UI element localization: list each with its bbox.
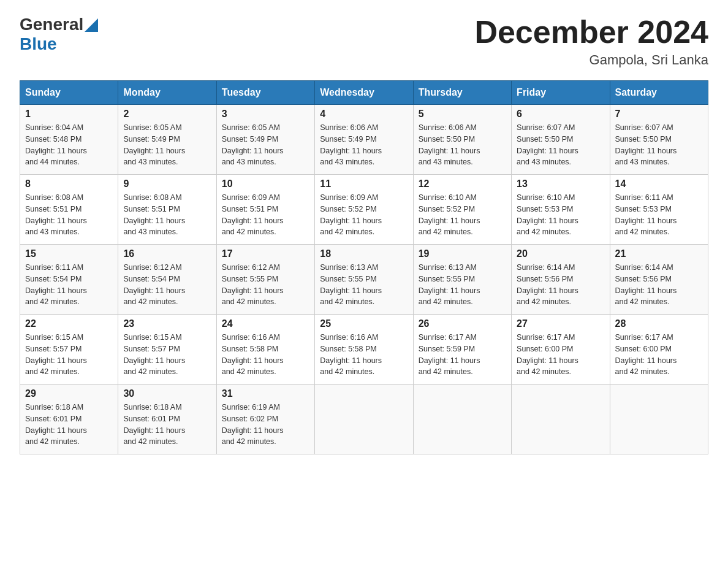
day-number: 9: [123, 178, 211, 190]
header-friday: Friday: [512, 81, 610, 105]
day-info: Sunrise: 6:05 AM Sunset: 5:49 PM Dayligh…: [123, 122, 211, 168]
day-number: 29: [25, 388, 113, 399]
day-info: Sunrise: 6:16 AM Sunset: 5:58 PM Dayligh…: [222, 332, 309, 378]
day-cell-13: 13 Sunrise: 6:10 AM Sunset: 5:53 PM Dayl…: [512, 175, 610, 245]
day-cell-30: 30 Sunrise: 6:18 AM Sunset: 6:01 PM Dayl…: [118, 385, 216, 454]
day-info: Sunrise: 6:10 AM Sunset: 5:53 PM Dayligh…: [517, 192, 604, 238]
location-label: Gampola, Sri Lanka: [474, 52, 708, 68]
day-cell-14: 14 Sunrise: 6:11 AM Sunset: 5:53 PM Dayl…: [610, 175, 708, 245]
day-number: 31: [222, 388, 309, 399]
day-number: 11: [320, 178, 408, 190]
day-cell-4: 4 Sunrise: 6:06 AM Sunset: 5:49 PM Dayli…: [315, 105, 413, 175]
day-number: 20: [517, 248, 604, 259]
day-number: 21: [615, 248, 703, 259]
day-number: 27: [517, 318, 604, 329]
logo: General Blue: [20, 15, 98, 54]
day-number: 14: [615, 178, 703, 190]
day-cell-2: 2 Sunrise: 6:05 AM Sunset: 5:49 PM Dayli…: [118, 105, 216, 175]
empty-cell: [315, 385, 413, 454]
day-number: 26: [419, 318, 506, 329]
header-monday: Monday: [118, 81, 216, 105]
header-tuesday: Tuesday: [216, 81, 314, 105]
day-info: Sunrise: 6:14 AM Sunset: 5:56 PM Dayligh…: [517, 262, 604, 308]
day-cell-22: 22 Sunrise: 6:15 AM Sunset: 5:57 PM Dayl…: [20, 315, 118, 385]
day-cell-5: 5 Sunrise: 6:06 AM Sunset: 5:50 PM Dayli…: [413, 105, 511, 175]
day-cell-29: 29 Sunrise: 6:18 AM Sunset: 6:01 PM Dayl…: [20, 385, 118, 454]
day-cell-10: 10 Sunrise: 6:09 AM Sunset: 5:51 PM Dayl…: [216, 175, 314, 245]
day-number: 2: [123, 109, 211, 120]
day-number: 13: [517, 178, 604, 190]
day-cell-17: 17 Sunrise: 6:12 AM Sunset: 5:55 PM Dayl…: [216, 245, 314, 315]
svg-marker-0: [85, 18, 98, 32]
day-info: Sunrise: 6:14 AM Sunset: 5:56 PM Dayligh…: [615, 262, 703, 308]
day-info: Sunrise: 6:19 AM Sunset: 6:02 PM Dayligh…: [222, 402, 309, 448]
day-number: 30: [123, 388, 211, 399]
empty-cell: [413, 385, 511, 454]
day-number: 1: [25, 109, 113, 120]
day-info: Sunrise: 6:11 AM Sunset: 5:53 PM Dayligh…: [615, 192, 703, 238]
week-row-2: 8 Sunrise: 6:08 AM Sunset: 5:51 PM Dayli…: [20, 175, 708, 245]
day-number: 12: [419, 178, 506, 190]
day-cell-24: 24 Sunrise: 6:16 AM Sunset: 5:58 PM Dayl…: [216, 315, 314, 385]
day-number: 3: [222, 109, 309, 120]
day-number: 6: [517, 109, 604, 120]
day-cell-20: 20 Sunrise: 6:14 AM Sunset: 5:56 PM Dayl…: [512, 245, 610, 315]
day-info: Sunrise: 6:17 AM Sunset: 6:00 PM Dayligh…: [615, 332, 703, 378]
day-number: 8: [25, 178, 113, 190]
day-number: 10: [222, 178, 309, 190]
day-number: 18: [320, 248, 408, 259]
day-number: 16: [123, 248, 211, 259]
day-info: Sunrise: 6:04 AM Sunset: 5:48 PM Dayligh…: [25, 122, 113, 168]
day-info: Sunrise: 6:17 AM Sunset: 6:00 PM Dayligh…: [517, 332, 604, 378]
day-info: Sunrise: 6:09 AM Sunset: 5:51 PM Dayligh…: [222, 192, 309, 238]
day-cell-15: 15 Sunrise: 6:11 AM Sunset: 5:54 PM Dayl…: [20, 245, 118, 315]
day-cell-9: 9 Sunrise: 6:08 AM Sunset: 5:51 PM Dayli…: [118, 175, 216, 245]
day-cell-7: 7 Sunrise: 6:07 AM Sunset: 5:50 PM Dayli…: [610, 105, 708, 175]
day-number: 25: [320, 318, 408, 329]
day-cell-18: 18 Sunrise: 6:13 AM Sunset: 5:55 PM Dayl…: [315, 245, 413, 315]
day-info: Sunrise: 6:05 AM Sunset: 5:49 PM Dayligh…: [222, 122, 309, 168]
day-cell-8: 8 Sunrise: 6:08 AM Sunset: 5:51 PM Dayli…: [20, 175, 118, 245]
day-info: Sunrise: 6:18 AM Sunset: 6:01 PM Dayligh…: [25, 402, 113, 448]
day-cell-21: 21 Sunrise: 6:14 AM Sunset: 5:56 PM Dayl…: [610, 245, 708, 315]
day-info: Sunrise: 6:07 AM Sunset: 5:50 PM Dayligh…: [615, 122, 703, 168]
day-info: Sunrise: 6:08 AM Sunset: 5:51 PM Dayligh…: [123, 192, 211, 238]
title-section: December 2024 Gampola, Sri Lanka: [474, 15, 708, 68]
day-cell-19: 19 Sunrise: 6:13 AM Sunset: 5:55 PM Dayl…: [413, 245, 511, 315]
day-info: Sunrise: 6:15 AM Sunset: 5:57 PM Dayligh…: [123, 332, 211, 378]
day-info: Sunrise: 6:12 AM Sunset: 5:54 PM Dayligh…: [123, 262, 211, 308]
day-cell-23: 23 Sunrise: 6:15 AM Sunset: 5:57 PM Dayl…: [118, 315, 216, 385]
header-saturday: Saturday: [610, 81, 708, 105]
day-number: 28: [615, 318, 703, 329]
header-wednesday: Wednesday: [315, 81, 413, 105]
day-cell-31: 31 Sunrise: 6:19 AM Sunset: 6:02 PM Dayl…: [216, 385, 314, 454]
empty-cell: [610, 385, 708, 454]
header-sunday: Sunday: [20, 81, 118, 105]
header-thursday: Thursday: [413, 81, 511, 105]
day-cell-26: 26 Sunrise: 6:17 AM Sunset: 5:59 PM Dayl…: [413, 315, 511, 385]
day-cell-16: 16 Sunrise: 6:12 AM Sunset: 5:54 PM Dayl…: [118, 245, 216, 315]
day-cell-27: 27 Sunrise: 6:17 AM Sunset: 6:00 PM Dayl…: [512, 315, 610, 385]
day-number: 22: [25, 318, 113, 329]
day-info: Sunrise: 6:06 AM Sunset: 5:49 PM Dayligh…: [320, 122, 408, 168]
calendar-table: SundayMondayTuesdayWednesdayThursdayFrid…: [20, 80, 708, 454]
day-info: Sunrise: 6:10 AM Sunset: 5:52 PM Dayligh…: [419, 192, 506, 238]
day-info: Sunrise: 6:08 AM Sunset: 5:51 PM Dayligh…: [25, 192, 113, 238]
logo-triangle-icon: [85, 18, 98, 32]
day-number: 24: [222, 318, 309, 329]
header-row: SundayMondayTuesdayWednesdayThursdayFrid…: [20, 81, 708, 105]
day-number: 23: [123, 318, 211, 329]
day-info: Sunrise: 6:15 AM Sunset: 5:57 PM Dayligh…: [25, 332, 113, 378]
day-cell-25: 25 Sunrise: 6:16 AM Sunset: 5:58 PM Dayl…: [315, 315, 413, 385]
day-info: Sunrise: 6:16 AM Sunset: 5:58 PM Dayligh…: [320, 332, 408, 378]
day-number: 19: [419, 248, 506, 259]
day-info: Sunrise: 6:07 AM Sunset: 5:50 PM Dayligh…: [517, 122, 604, 168]
day-info: Sunrise: 6:06 AM Sunset: 5:50 PM Dayligh…: [419, 122, 506, 168]
week-row-4: 22 Sunrise: 6:15 AM Sunset: 5:57 PM Dayl…: [20, 315, 708, 385]
day-cell-11: 11 Sunrise: 6:09 AM Sunset: 5:52 PM Dayl…: [315, 175, 413, 245]
day-cell-28: 28 Sunrise: 6:17 AM Sunset: 6:00 PM Dayl…: [610, 315, 708, 385]
week-row-5: 29 Sunrise: 6:18 AM Sunset: 6:01 PM Dayl…: [20, 385, 708, 454]
day-info: Sunrise: 6:09 AM Sunset: 5:52 PM Dayligh…: [320, 192, 408, 238]
day-cell-3: 3 Sunrise: 6:05 AM Sunset: 5:49 PM Dayli…: [216, 105, 314, 175]
page-header: General Blue December 2024 Gampola, Sri …: [20, 15, 708, 68]
